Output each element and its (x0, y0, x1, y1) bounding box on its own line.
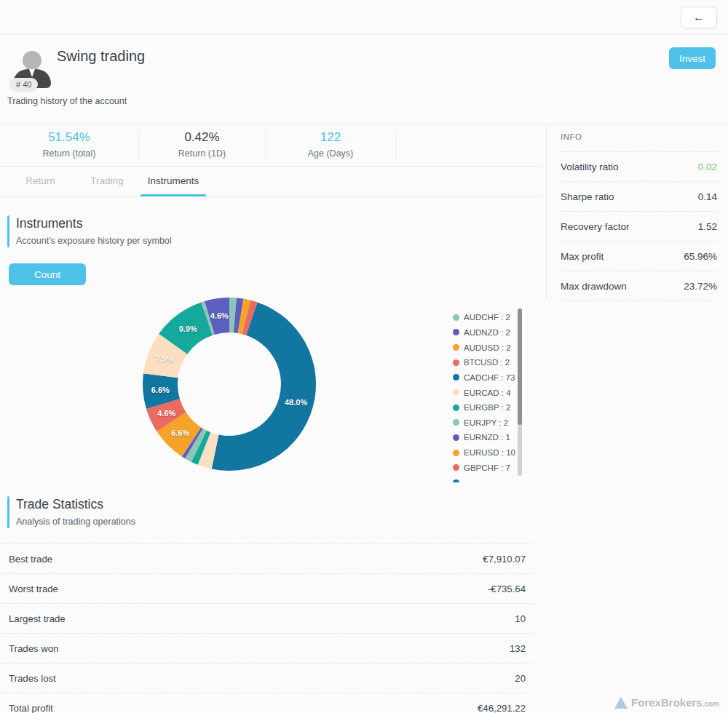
trade-stat-label: Total profit (0, 703, 53, 713)
legend-dot-icon (453, 359, 459, 366)
legend-dot-icon (453, 405, 459, 411)
stat-value: 51.54% (0, 130, 138, 146)
legend-item-EURJPY[interactable]: EURJPY : 2 (453, 415, 515, 430)
info-row-sharpe-ratio: Sharpe ratio0.14 (561, 182, 717, 212)
trade-stat-label: Best trade (0, 554, 52, 565)
trade-stat-row-trades-won: Trades won132 (0, 633, 533, 663)
info-row-max-drawdown: Max drawdown23.72% (561, 271, 717, 301)
tabs-divider (0, 196, 542, 197)
legend-label: GBPCHF : 7 (464, 463, 510, 472)
legend-item-EURGBP[interactable]: EURGBP : 2 (453, 400, 515, 415)
legend-label: EURGBP : 2 (464, 403, 510, 412)
avatar-person-icon (23, 51, 41, 70)
top-bar: ← (0, 0, 728, 35)
donut-svg (138, 293, 320, 475)
info-label: Recovery factor (561, 221, 630, 232)
legend-label: AUDUSD : 2 (464, 343, 511, 352)
rank-badge: # 40 (9, 78, 38, 91)
back-arrow-icon: ← (693, 11, 705, 24)
tab-bar: ReturnTradingInstruments (0, 166, 542, 197)
trade-stat-value: €46,291.22 (478, 703, 533, 713)
stats-row: 51.54%Return (total)0.42%Return (1D)122A… (0, 124, 542, 166)
legend-item-AUDCHF[interactable]: AUDCHF : 2 (453, 310, 515, 325)
pie-percent-label: 4.6% (157, 409, 175, 418)
legend-label: AUDCHF : 2 (464, 313, 510, 322)
info-label: Max profit (561, 251, 604, 262)
watermark: ForexBrokers .com (614, 696, 719, 709)
legend-item-EURNZD[interactable]: EURNZD : 1 (453, 430, 515, 445)
legend-item-AUDUSD[interactable]: AUDUSD : 2 (453, 340, 515, 355)
legend-dot-icon (453, 464, 459, 471)
legend-dot-icon (453, 314, 459, 321)
tab-return[interactable]: Return (20, 175, 60, 186)
trade-statistics-subtitle: Analysis of trading operations (16, 517, 135, 527)
trade-stat-label: Trades lost (0, 673, 56, 684)
info-row-max-profit: Max profit65.96% (561, 242, 717, 271)
trade-stat-label: Trades won (0, 643, 58, 654)
legend-dot-icon (453, 419, 459, 426)
legend-label: EURJPY : 2 (464, 418, 508, 427)
tab-trading[interactable]: Trading (84, 175, 130, 186)
trade-stat-value: -€735.64 (488, 583, 533, 594)
legend-dot-icon (453, 479, 459, 482)
trade-stat-row-trades-lost: Trades lost20 (0, 663, 533, 693)
legend-label: BTCUSD : 2 (464, 358, 510, 367)
trade-statistics-title: Trade Statistics (16, 497, 103, 512)
page-title: Swing trading (57, 48, 145, 65)
watermark-suffix: .com (703, 700, 719, 708)
legend-item-AUDNZD[interactable]: AUDNZD : 2 (453, 325, 515, 340)
legend-dot-icon (453, 344, 459, 351)
stat-label: Age (Days) (266, 148, 395, 159)
trade-stat-row-best-trade: Best trade€7,910.07 (0, 543, 533, 573)
trade-stat-label: Worst trade (0, 583, 58, 594)
legend-label: EURUSD : 10 (464, 448, 515, 457)
pie-percent-label: 4.6% (210, 311, 229, 320)
legend-scrollbar-thumb[interactable] (518, 308, 522, 425)
legend-item-BTCUSD[interactable]: BTCUSD : 2 (453, 355, 515, 370)
section-accent-bar (7, 496, 9, 528)
stat-label: Return (total) (0, 148, 138, 159)
back-button[interactable]: ← (681, 7, 717, 28)
stat-label: Return (1D) (138, 148, 266, 159)
tab-instruments[interactable]: Instruments (141, 175, 206, 186)
trade-stat-value: 20 (515, 673, 533, 684)
legend-item-EURUSD[interactable]: EURUSD : 10 (453, 445, 515, 461)
trade-statistics-table: Best trade€7,910.07Worst trade-€735.64La… (0, 543, 533, 713)
legend-label: EURCAD : 4 (464, 389, 511, 397)
legend-item-hidden-12[interactable] (453, 475, 515, 482)
pie-percent-label: 9.9% (179, 324, 197, 333)
legend-item-GBPCHF[interactable]: GBPCHF : 7 (453, 460, 515, 475)
legend-dot-icon (453, 329, 459, 335)
trade-stat-value: 10 (515, 613, 533, 624)
stat-value: 122 (266, 130, 395, 146)
info-value: 0.02 (698, 162, 717, 172)
invest-button[interactable]: Invest (669, 47, 716, 69)
watermark-text: ForexBrokers (631, 696, 703, 709)
stat-cell-return-total-: 51.54%Return (total) (0, 130, 138, 159)
stat-cell-age-days-: 122Age (Days) (266, 130, 395, 159)
legend-item-EURCAD[interactable]: EURCAD : 4 (453, 385, 515, 400)
legend-label: AUDNZD : 2 (464, 328, 510, 337)
info-label: Max drawdown (561, 281, 627, 292)
count-button[interactable]: Count (9, 263, 86, 285)
info-value: 0.14 (698, 191, 717, 202)
info-value: 1.52 (698, 221, 717, 232)
legend-label: CADCHF : 73 (464, 373, 515, 382)
stat-value: 0.42% (138, 130, 266, 146)
stat-cell-return-1d-: 0.42%Return (1D) (138, 130, 266, 159)
legend-dot-icon (453, 434, 459, 441)
chart-legend: AUDCHF : 2AUDNZD : 2AUDUSD : 2BTCUSD : 2… (453, 310, 515, 482)
pie-percent-label: 7.9% (156, 354, 174, 363)
info-value: 65.96% (684, 251, 717, 262)
account-avatar: # 40 (13, 51, 51, 89)
trade-stat-row-total-profit: Total profit€46,291.22 (0, 693, 533, 713)
info-value: 23.72% (684, 281, 717, 292)
info-panel: Volatility ratio0.02Sharpe ratio0.14Reco… (561, 151, 717, 301)
legend-item-CADCHF[interactable]: CADCHF : 73 (453, 370, 515, 386)
info-panel-title: INFO (561, 132, 582, 141)
stat-separator (395, 130, 396, 160)
info-row-recovery-factor: Recovery factor1.52 (561, 212, 717, 242)
trade-stat-value: €7,910.07 (483, 554, 533, 565)
page-subtitle: Trading history of the account (7, 96, 127, 106)
trade-stat-value: 132 (510, 643, 533, 654)
